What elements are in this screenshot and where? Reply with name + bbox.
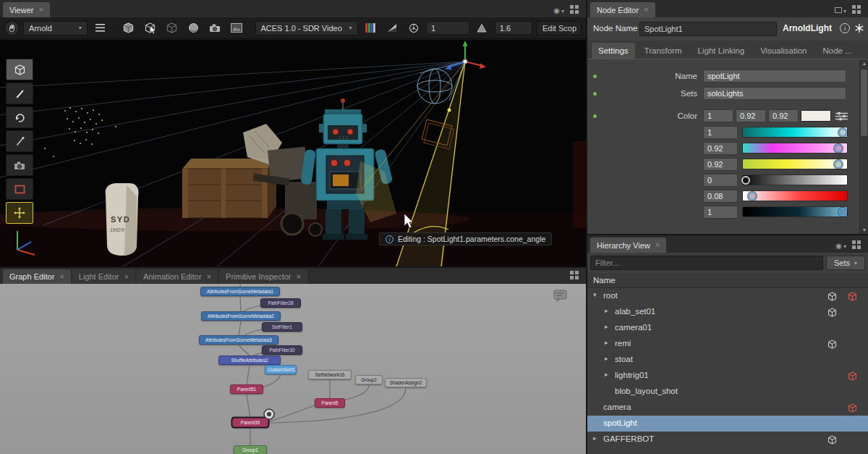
float-panel-icon[interactable]: ▾ [835, 7, 846, 14]
color-swatch[interactable] [801, 110, 831, 122]
gradient-slider[interactable] [742, 206, 848, 217]
gradient-slider[interactable] [742, 175, 848, 185]
shaded-mode-button[interactable] [120, 20, 138, 36]
scroll-up-icon[interactable]: ▲ [860, 61, 868, 66]
slider-handle[interactable] [834, 160, 843, 169]
tab-animation-editor[interactable]: Animation Editor× [137, 269, 218, 284]
look-through-camera-button[interactable] [206, 20, 224, 36]
layout-grid-icon[interactable] [570, 271, 579, 281]
color-options-icon[interactable] [835, 111, 848, 124]
color-r-input[interactable] [703, 109, 733, 122]
gradient-slider[interactable] [742, 159, 848, 169]
paint-select-tool-button[interactable] [6, 83, 33, 104]
tab-node-editor[interactable]: Node Editor × [590, 2, 655, 17]
node-info-icon[interactable]: i [840, 23, 850, 33]
sets-input[interactable] [703, 87, 846, 100]
slider-value-input[interactable] [703, 206, 738, 219]
tree-row-stoat[interactable]: ▸stoat [587, 352, 868, 368]
cone-angle-handle[interactable] [448, 109, 451, 112]
expand-icon[interactable]: ▸ [605, 307, 608, 314]
close-icon[interactable]: × [297, 272, 301, 281]
sphere-view-button[interactable] [184, 20, 203, 36]
filter-input[interactable] [590, 256, 823, 270]
tree-row-alab-set01[interactable]: ▸alab_set01 [587, 304, 868, 320]
tree-row-camera[interactable]: camera [587, 400, 868, 416]
layout-grid-icon[interactable] [852, 5, 861, 15]
gradient-slider[interactable] [742, 143, 848, 154]
camera-tool-button[interactable] [6, 154, 33, 176]
expand-icon[interactable]: ▸ [605, 323, 608, 330]
tab-viewer[interactable]: Viewer × [3, 2, 50, 17]
close-icon[interactable]: × [124, 272, 128, 281]
close-icon[interactable]: × [207, 272, 211, 281]
tree-row-lightrig01[interactable]: ▸lightrig01 [587, 368, 868, 384]
slider-handle[interactable] [838, 128, 847, 137]
close-icon[interactable]: × [655, 241, 660, 249]
name-input[interactable] [703, 70, 846, 83]
pan-hand-button[interactable] [4, 20, 20, 36]
translate-tool-button[interactable] [6, 202, 33, 224]
tab-primitive-inspector[interactable]: Primitive Inspector× [219, 269, 307, 284]
selection-tool-button[interactable] [6, 59, 33, 80]
gradient-slider[interactable] [742, 190, 848, 201]
slider-handle[interactable] [834, 144, 843, 153]
scrollbar-thumb[interactable] [861, 70, 867, 136]
wireframe-mode-button[interactable] [163, 20, 181, 36]
tab-light-editor[interactable]: Light Editor× [72, 269, 135, 284]
annotation-icon[interactable] [553, 290, 568, 302]
pin-target-icon[interactable]: ◉▾ [553, 7, 564, 14]
channels-button[interactable] [362, 20, 380, 36]
slider-handle[interactable] [748, 192, 757, 201]
selection-mode-button[interactable] [141, 20, 159, 36]
expand-icon[interactable]: ▸ [605, 339, 608, 346]
slider-handle[interactable] [741, 176, 750, 185]
color-g-input[interactable] [736, 109, 766, 122]
tree-row-blob-layout-shot[interactable]: blob_layout_shot [587, 384, 868, 400]
tree-row-camera01[interactable]: ▸camera01 [587, 320, 868, 336]
exposure-field[interactable]: 1 [426, 21, 469, 35]
tab-transform[interactable]: Transform [638, 43, 689, 59]
slider-value-input[interactable] [703, 126, 738, 139]
tab-visualisation[interactable]: Visualisation [754, 43, 813, 59]
tab-node[interactable]: Node ... [816, 43, 858, 59]
close-icon[interactable]: × [38, 6, 43, 14]
close-icon[interactable]: × [59, 272, 64, 281]
image-view-button[interactable] [228, 20, 246, 36]
node-name-input[interactable] [639, 22, 777, 36]
tab-light-linking[interactable]: Light Linking [692, 43, 752, 59]
gamma-button[interactable] [473, 20, 491, 36]
layout-grid-icon[interactable] [570, 5, 579, 15]
expand-icon[interactable]: ▸ [605, 355, 608, 362]
tree-row-remi[interactable]: ▸remi [587, 336, 868, 352]
pen-tool-button[interactable] [6, 130, 33, 152]
viewport-3d[interactable]: SYD 1992/9 [0, 40, 586, 266]
node-settings-gear-icon[interactable] [854, 23, 864, 36]
rotate-tool-button[interactable] [6, 106, 33, 128]
node-graph-canvas[interactable]: AttributesFromSceneMetadata1PathFilter28… [0, 284, 586, 454]
tree-row-gafferbot[interactable]: ▸GAFFERBOT [587, 432, 868, 447]
slider-value-input[interactable] [703, 190, 738, 203]
wipe-button[interactable] [383, 20, 401, 36]
slider-handle[interactable] [838, 208, 847, 217]
crop-window-tool-button[interactable] [6, 178, 33, 200]
tree-row-root[interactable]: ▾root [587, 288, 868, 304]
slider-value-input[interactable] [703, 158, 738, 171]
slider-value-input[interactable] [703, 174, 738, 187]
hierarchy-column-header[interactable]: Name [587, 273, 868, 288]
layout-grid-icon[interactable] [852, 240, 861, 251]
tab-settings[interactable]: Settings [592, 43, 635, 59]
tab-hierarchy-view[interactable]: Hierarchy View × [590, 237, 666, 253]
edit-scope-button[interactable]: Edit Scop [536, 21, 582, 35]
viewer-menu-button[interactable] [91, 20, 109, 36]
sets-button[interactable]: Sets▾ [826, 256, 865, 270]
display-transform-select[interactable]: ACES 1.0 - SDR Video▾ [255, 21, 358, 35]
close-icon[interactable]: × [644, 6, 648, 14]
collapse-icon[interactable]: ▾ [593, 291, 597, 298]
pin-target-icon[interactable]: ◉▾ [835, 242, 846, 250]
renderer-select[interactable]: Arnold▾ [23, 21, 88, 35]
expand-icon[interactable]: ▸ [605, 371, 608, 378]
tree-row-spotlight[interactable]: spotLight [587, 416, 868, 432]
slider-value-input[interactable] [703, 142, 738, 155]
node-editor-scrollbar[interactable]: ▲ ▼ [859, 59, 868, 234]
scroll-down-icon[interactable]: ▼ [860, 227, 868, 232]
